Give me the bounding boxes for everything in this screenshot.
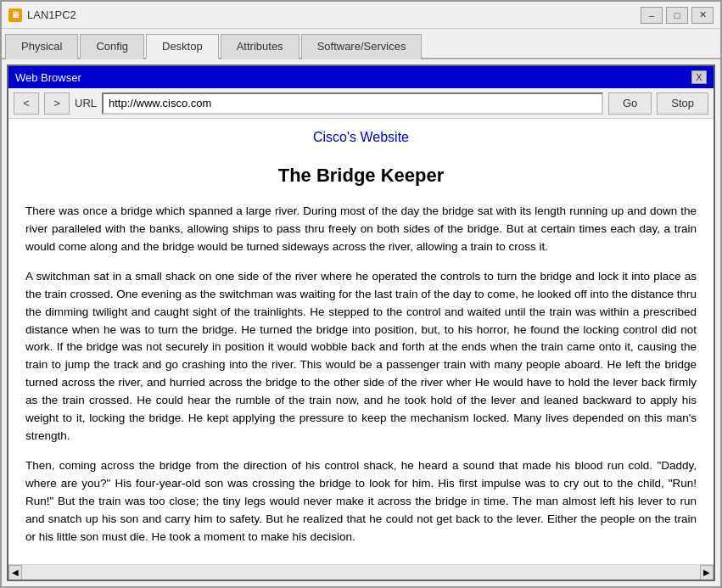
browser-content[interactable]: Cisco's Website The Bridge Keeper There … bbox=[8, 119, 714, 564]
site-title: Cisco's Website bbox=[25, 127, 697, 148]
stop-button[interactable]: Stop bbox=[657, 92, 708, 115]
paragraph-3: Then, coming across the bridge from the … bbox=[25, 457, 697, 546]
window-title: LAN1PC2 bbox=[27, 8, 76, 21]
url-label: URL bbox=[75, 97, 97, 109]
browser-title-label: Web Browser bbox=[15, 71, 81, 84]
browser-close-button[interactable]: X bbox=[691, 70, 707, 84]
browser-window: Web Browser X < > URL Go Stop Cisco's We… bbox=[7, 64, 715, 581]
title-bar-left: 🖥 LAN1PC2 bbox=[8, 8, 76, 22]
url-input[interactable] bbox=[102, 92, 603, 115]
tab-desktop[interactable]: Desktop bbox=[146, 34, 219, 59]
go-button[interactable]: Go bbox=[608, 92, 652, 115]
window-icon: 🖥 bbox=[8, 8, 22, 22]
close-button[interactable]: ✕ bbox=[691, 7, 714, 24]
main-window: 🖥 LAN1PC2 – □ ✕ Physical Config Desktop … bbox=[0, 0, 722, 588]
paragraph-1: There was once a bridge which spanned a … bbox=[25, 203, 697, 256]
back-button[interactable]: < bbox=[14, 92, 39, 115]
scroll-left-button[interactable]: ◀ bbox=[8, 565, 22, 580]
browser-toolbar: < > URL Go Stop bbox=[8, 88, 714, 119]
title-bar: 🖥 LAN1PC2 – □ ✕ bbox=[2, 2, 720, 29]
scroll-right-button[interactable]: ▶ bbox=[700, 565, 714, 580]
paragraph-2: A switchman sat in a small shack on one … bbox=[25, 268, 697, 445]
browser-title-bar: Web Browser X bbox=[8, 66, 714, 88]
tab-software-services[interactable]: Software/Services bbox=[301, 34, 423, 59]
article-heading: The Bridge Keeper bbox=[25, 161, 697, 189]
maximize-button[interactable]: □ bbox=[666, 7, 688, 24]
tab-config[interactable]: Config bbox=[80, 34, 144, 59]
tab-bar: Physical Config Desktop Attributes Softw… bbox=[2, 29, 720, 59]
minimize-button[interactable]: – bbox=[641, 7, 663, 24]
tab-physical[interactable]: Physical bbox=[5, 34, 78, 59]
scroll-track[interactable] bbox=[22, 565, 700, 580]
title-bar-controls: – □ ✕ bbox=[641, 7, 714, 24]
forward-button[interactable]: > bbox=[44, 92, 70, 115]
horizontal-scrollbar: ◀ ▶ bbox=[8, 564, 714, 580]
tab-attributes[interactable]: Attributes bbox=[221, 34, 299, 59]
